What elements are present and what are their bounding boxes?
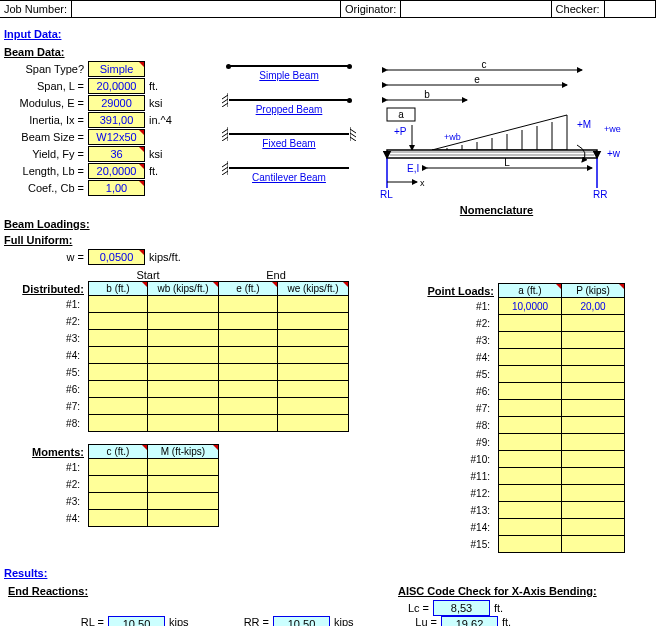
mom-c-4[interactable] bbox=[89, 510, 148, 527]
point-p-4[interactable] bbox=[562, 349, 625, 366]
dist-b-4[interactable] bbox=[89, 347, 148, 364]
w-unit: kips/ft. bbox=[145, 251, 181, 263]
point-a-9[interactable] bbox=[499, 434, 562, 451]
dist-b-2[interactable] bbox=[89, 313, 148, 330]
job-number-label: Job Number: bbox=[0, 1, 72, 17]
point-a-3[interactable] bbox=[499, 332, 562, 349]
dist-e-8[interactable] bbox=[219, 415, 278, 432]
dist-we-2[interactable] bbox=[278, 313, 349, 330]
dist-wb-1[interactable] bbox=[148, 296, 219, 313]
dist-wb-3[interactable] bbox=[148, 330, 219, 347]
beam-data-form: Span Type?Simple Span, L =20,0000ft. Mod… bbox=[4, 60, 209, 216]
point-p-15[interactable] bbox=[562, 536, 625, 553]
point-a-14[interactable] bbox=[499, 519, 562, 536]
mom-m-1[interactable] bbox=[148, 459, 219, 476]
svg-text:a: a bbox=[398, 109, 404, 120]
point-p-5[interactable] bbox=[562, 366, 625, 383]
beam-size-input[interactable]: W12x50 bbox=[88, 129, 145, 145]
lc-unit: ft. bbox=[490, 602, 503, 614]
point-p-13[interactable] bbox=[562, 502, 625, 519]
dist-wb-6[interactable] bbox=[148, 381, 219, 398]
mom-m-3[interactable] bbox=[148, 493, 219, 510]
inertia-unit: in.^4 bbox=[145, 114, 172, 126]
point-a-11[interactable] bbox=[499, 468, 562, 485]
point-p-2[interactable] bbox=[562, 315, 625, 332]
checker-value[interactable] bbox=[605, 1, 656, 17]
point-p-7[interactable] bbox=[562, 400, 625, 417]
originator-value[interactable] bbox=[401, 1, 551, 17]
point-p-6[interactable] bbox=[562, 383, 625, 400]
point-a-15[interactable] bbox=[499, 536, 562, 553]
rl-value: 10,50 bbox=[108, 616, 165, 626]
inertia-input[interactable]: 391,00 bbox=[88, 112, 145, 128]
point-a-5[interactable] bbox=[499, 366, 562, 383]
dist-we-5[interactable] bbox=[278, 364, 349, 381]
job-number-value[interactable] bbox=[72, 1, 341, 17]
span-type-input[interactable]: Simple bbox=[88, 61, 145, 77]
w-input[interactable]: 0,0500 bbox=[88, 249, 145, 265]
dist-e-3[interactable] bbox=[219, 330, 278, 347]
dist-e-1[interactable] bbox=[219, 296, 278, 313]
dist-we-3[interactable] bbox=[278, 330, 349, 347]
dist-we-4[interactable] bbox=[278, 347, 349, 364]
dist-e-6[interactable] bbox=[219, 381, 278, 398]
dist-e-4[interactable] bbox=[219, 347, 278, 364]
point-a-7[interactable] bbox=[499, 400, 562, 417]
dist-b-7[interactable] bbox=[89, 398, 148, 415]
dist-e-5[interactable] bbox=[219, 364, 278, 381]
mom-m-4[interactable] bbox=[148, 510, 219, 527]
mom-c-3[interactable] bbox=[89, 493, 148, 510]
dist-b-1[interactable] bbox=[89, 296, 148, 313]
moments-table: c (ft.) M (ft-kips) bbox=[88, 444, 219, 527]
point-a-13[interactable] bbox=[499, 502, 562, 519]
point-a-1[interactable]: 10,0000 bbox=[499, 298, 562, 315]
coef-cb-input[interactable]: 1,00 bbox=[88, 180, 145, 196]
point-p-1[interactable]: 20,00 bbox=[562, 298, 625, 315]
cantilever-beam-link[interactable]: Cantilever Beam bbox=[252, 172, 326, 183]
dist-e-header: e (ft.) bbox=[219, 282, 278, 296]
point-p-8[interactable] bbox=[562, 417, 625, 434]
dist-we-1[interactable] bbox=[278, 296, 349, 313]
point-a-6[interactable] bbox=[499, 383, 562, 400]
point-p-12[interactable] bbox=[562, 485, 625, 502]
mom-c-1[interactable] bbox=[89, 459, 148, 476]
yield-input[interactable]: 36 bbox=[88, 146, 145, 162]
dist-e-2[interactable] bbox=[219, 313, 278, 330]
dist-b-5[interactable] bbox=[89, 364, 148, 381]
simple-beam-link[interactable]: Simple Beam bbox=[259, 70, 318, 81]
dist-we-6[interactable] bbox=[278, 381, 349, 398]
dist-we-8[interactable] bbox=[278, 415, 349, 432]
dist-row-label-2: #2: bbox=[4, 316, 80, 327]
mom-m-2[interactable] bbox=[148, 476, 219, 493]
modulus-input[interactable]: 29000 bbox=[88, 95, 145, 111]
dist-b-8[interactable] bbox=[89, 415, 148, 432]
point-a-8[interactable] bbox=[499, 417, 562, 434]
svg-text:+w: +w bbox=[607, 148, 621, 159]
point-p-3[interactable] bbox=[562, 332, 625, 349]
point-a-2[interactable] bbox=[499, 315, 562, 332]
dist-b-3[interactable] bbox=[89, 330, 148, 347]
point-p-10[interactable] bbox=[562, 451, 625, 468]
nomenclature-diagram: c e b a +P +wb +M +we +w bbox=[369, 60, 624, 216]
fixed-beam-link[interactable]: Fixed Beam bbox=[262, 138, 315, 149]
dist-wb-8[interactable] bbox=[148, 415, 219, 432]
svg-text:+wb: +wb bbox=[444, 132, 461, 142]
dist-e-7[interactable] bbox=[219, 398, 278, 415]
point-a-12[interactable] bbox=[499, 485, 562, 502]
propped-beam-link[interactable]: Propped Beam bbox=[256, 104, 323, 115]
svg-line-9 bbox=[350, 129, 356, 133]
dist-we-7[interactable] bbox=[278, 398, 349, 415]
dist-wb-7[interactable] bbox=[148, 398, 219, 415]
length-lb-input[interactable]: 20,0000 bbox=[88, 163, 145, 179]
mom-c-2[interactable] bbox=[89, 476, 148, 493]
point-a-4[interactable] bbox=[499, 349, 562, 366]
point-p-9[interactable] bbox=[562, 434, 625, 451]
point-p-14[interactable] bbox=[562, 519, 625, 536]
dist-wb-2[interactable] bbox=[148, 313, 219, 330]
dist-b-6[interactable] bbox=[89, 381, 148, 398]
dist-wb-5[interactable] bbox=[148, 364, 219, 381]
point-p-11[interactable] bbox=[562, 468, 625, 485]
point-a-10[interactable] bbox=[499, 451, 562, 468]
dist-wb-4[interactable] bbox=[148, 347, 219, 364]
span-l-input[interactable]: 20,0000 bbox=[88, 78, 145, 94]
